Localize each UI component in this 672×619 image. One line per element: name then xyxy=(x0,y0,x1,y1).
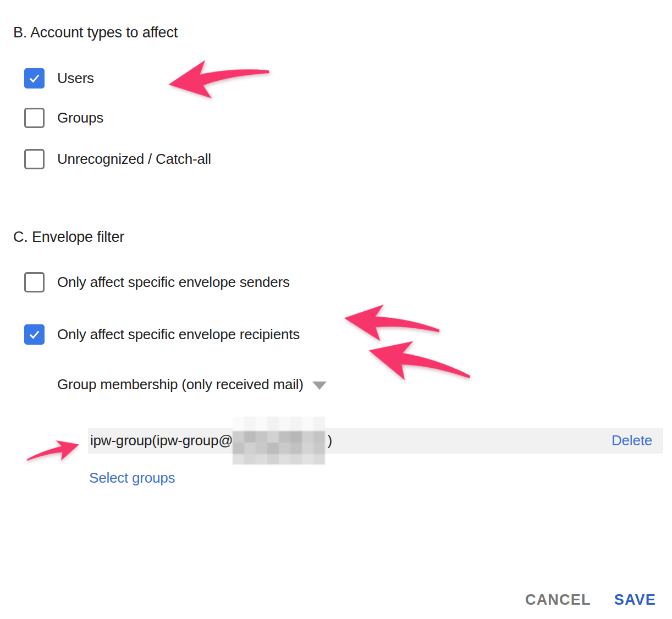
envelope-recipients-checkbox-label[interactable]: Only affect specific envelope recipients xyxy=(57,326,300,343)
recipient-filter-dropdown-value: Group membership (only received mail) xyxy=(57,376,304,393)
checkmark-icon xyxy=(27,327,42,342)
checkbox-row-envelope-senders: Only affect specific envelope senders xyxy=(24,272,290,292)
unrecognized-checkbox[interactable] xyxy=(24,149,45,169)
group-name-text-suffix: ) xyxy=(327,432,332,449)
checkbox-row-unrecognized: Unrecognized / Catch-all xyxy=(24,149,211,169)
checkbox-row-groups: Groups xyxy=(24,108,103,128)
section-heading-envelope-filter: C. Envelope filter xyxy=(13,229,124,246)
group-name-text: ipw-group(ipw-group@ xyxy=(90,432,233,449)
checkbox-row-users: Users xyxy=(24,68,94,89)
users-checkbox-label[interactable]: Users xyxy=(57,70,94,87)
redacted-email-domain xyxy=(233,417,325,465)
select-groups-link[interactable]: Select groups xyxy=(89,469,175,487)
chevron-down-icon xyxy=(312,382,327,390)
annotation-arrow-group-row-icon xyxy=(23,432,84,474)
checkbox-row-envelope-recipients: Only affect specific envelope recipients xyxy=(24,324,300,345)
annotation-arrow-users-icon xyxy=(166,54,272,104)
annotation-arrow-dropdown-icon xyxy=(361,325,477,404)
cancel-button[interactable]: CANCEL xyxy=(525,592,591,609)
annotation-arrow-recipients-icon xyxy=(339,295,444,356)
save-button[interactable]: SAVE xyxy=(614,592,656,609)
checkmark-icon xyxy=(27,71,42,86)
selected-group-row: ipw-group(ipw-group@ xyxy=(88,428,663,454)
envelope-senders-checkbox-label[interactable]: Only affect specific envelope senders xyxy=(57,274,290,291)
section-heading-account-types: B. Account types to affect xyxy=(13,24,178,41)
envelope-recipients-checkbox[interactable] xyxy=(24,324,45,345)
envelope-senders-checkbox[interactable] xyxy=(24,272,45,292)
groups-checkbox[interactable] xyxy=(24,108,45,128)
users-checkbox[interactable] xyxy=(24,68,45,89)
delete-group-link[interactable]: Delete xyxy=(612,432,652,449)
dialog-actions: CANCEL SAVE xyxy=(525,592,656,609)
recipient-filter-dropdown[interactable]: Group membership (only received mail) xyxy=(57,376,327,393)
unrecognized-checkbox-label[interactable]: Unrecognized / Catch-all xyxy=(57,151,211,168)
groups-checkbox-label[interactable]: Groups xyxy=(57,109,103,126)
